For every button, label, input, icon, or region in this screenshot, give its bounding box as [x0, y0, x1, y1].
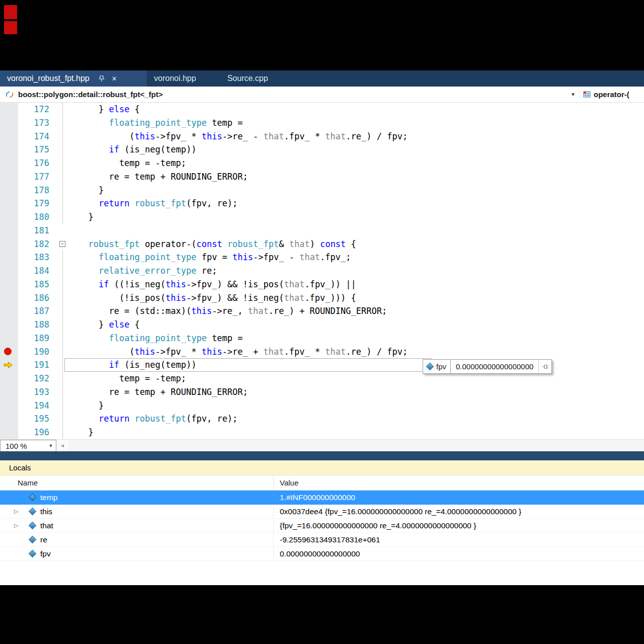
breakpoint-margin[interactable] [0, 210, 18, 224]
breakpoint-margin[interactable] [0, 399, 18, 413]
variable-value[interactable]: -9.2559631349317831e+061 [273, 533, 644, 546]
code-text[interactable]: temp = -temp; [69, 372, 186, 385]
variable-icon [26, 523, 38, 528]
code-text[interactable]: re = temp + ROUNDING_ERROR; [69, 170, 248, 184]
breakpoint-margin[interactable] [0, 358, 18, 372]
horizontal-scrollbar[interactable] [68, 440, 644, 451]
locals-row-fpv[interactable]: fpv0.00000000000000000 [0, 547, 644, 561]
collapse-box-icon[interactable]: − [59, 241, 65, 247]
line-number: 179 [18, 197, 56, 210]
code-text[interactable] [69, 224, 78, 237]
code-text[interactable]: if (is_neg(temp)) [69, 143, 196, 156]
variable-value[interactable]: 0.00000000000000000 [273, 547, 644, 560]
breakpoint-margin[interactable] [0, 332, 18, 345]
expander-icon[interactable]: ▷ [14, 522, 26, 529]
code-text[interactable]: floating_point_type fpv = this->fpv_ - t… [69, 251, 351, 264]
breakpoint-margin[interactable] [0, 224, 18, 237]
breakpoint-margin[interactable] [0, 103, 18, 116]
line-number: 173 [18, 116, 56, 130]
datatip-pin-button[interactable] [538, 360, 551, 373]
code-editor[interactable]: 172 } else {173 floating_point_type temp… [0, 103, 644, 439]
code-text[interactable]: (!is_pos(this->fpv_) && !is_neg(that.fpv… [69, 291, 356, 305]
line-number: 184 [18, 264, 56, 278]
expander-icon[interactable]: ▷ [14, 508, 26, 515]
code-text[interactable]: temp = -temp; [69, 156, 186, 170]
breakpoint-margin[interactable] [0, 264, 18, 278]
code-text[interactable]: relative_error_type re; [69, 264, 217, 278]
code-text[interactable]: return robust_fpt(fpv, re); [69, 197, 237, 210]
code-text[interactable]: if (is_neg(temp)) [69, 358, 196, 372]
editor-line: 178 } [0, 184, 644, 197]
locals-header: Name Value [0, 475, 644, 491]
breakpoint-margin[interactable] [0, 237, 18, 251]
outline-margin [56, 318, 69, 332]
variable-value[interactable]: 1.#INF000000000000 [273, 491, 644, 504]
breakpoint-margin[interactable] [0, 116, 18, 130]
chevron-down-icon[interactable]: ▼ [567, 92, 580, 97]
pin-icon[interactable] [99, 75, 105, 82]
scroll-left-arrow[interactable]: ◄ [56, 440, 68, 451]
breakpoint-margin[interactable] [0, 184, 18, 197]
locals-row-temp[interactable]: temp1.#INF000000000000 [0, 491, 644, 505]
editor-line: 177 re = temp + ROUNDING_ERROR; [0, 170, 644, 184]
code-text[interactable]: } else { [69, 318, 140, 332]
code-text[interactable]: } [69, 426, 94, 439]
breakpoint-icon[interactable] [4, 348, 12, 355]
locals-row-re[interactable]: re-9.2559631349317831e+061 [0, 533, 644, 547]
tab-source-cpp[interactable]: Source.cpp [220, 70, 275, 87]
code-text[interactable]: re = (std::max)(this->re_, that.re_) + R… [69, 304, 387, 318]
breakpoint-margin[interactable] [0, 170, 18, 184]
breakpoint-margin[interactable] [0, 412, 18, 426]
code-text[interactable]: } [69, 210, 94, 224]
tab-voronoi-hpp[interactable]: voronoi.hpp [147, 70, 203, 87]
breakpoint-margin[interactable] [0, 197, 18, 210]
tab-voronoi-robust-fpt-hpp[interactable]: voronoi_robust_fpt.hpp ✕ [0, 70, 147, 87]
breakpoint-margin[interactable] [0, 372, 18, 385]
code-text[interactable]: re = temp + ROUNDING_ERROR; [69, 385, 248, 399]
code-text[interactable]: if ((!is_neg(this->fpv_) && !is_pos(that… [69, 278, 356, 291]
line-number: 182 [18, 237, 56, 251]
breakpoint-margin[interactable] [0, 291, 18, 305]
outline-margin [56, 399, 69, 413]
code-text[interactable]: } else { [69, 103, 140, 116]
breakpoint-margin[interactable] [0, 251, 18, 264]
variable-icon [26, 551, 38, 556]
breakpoint-margin[interactable] [0, 318, 18, 332]
breakpoint-margin[interactable] [0, 156, 18, 170]
outline-margin [56, 345, 69, 359]
datatip-value[interactable]: 0.00000000000000000 [451, 362, 538, 371]
code-text[interactable]: floating_point_type temp = [69, 332, 243, 345]
panel-splitter[interactable] [0, 451, 644, 460]
breakpoint-margin[interactable] [0, 130, 18, 143]
column-header-name[interactable]: Name [0, 475, 273, 490]
code-text[interactable]: return robust_fpt(fpv, re); [69, 412, 237, 426]
code-text[interactable]: } [69, 184, 104, 197]
breakpoint-margin[interactable] [0, 143, 18, 156]
outline-margin [56, 184, 69, 197]
editor-line: 193 re = temp + ROUNDING_ERROR; [0, 385, 644, 399]
breakpoint-margin[interactable] [0, 304, 18, 318]
breakpoint-margin[interactable] [0, 278, 18, 291]
line-number: 194 [18, 399, 56, 413]
locals-row-this[interactable]: ▷this0x0037dee4 {fpv_=16.000000000000000… [0, 505, 644, 519]
scope-dropdown[interactable]: boost::polygon::detail::robust_fpt<_fpt> [0, 90, 567, 99]
locals-row-that[interactable]: ▷that{fpv_=16.000000000000000 re_=4.0000… [0, 519, 644, 533]
locals-rows: temp1.#INF000000000000▷this0x0037dee4 {f… [0, 491, 644, 561]
code-text[interactable]: } [69, 399, 104, 413]
close-icon[interactable]: ✕ [112, 75, 117, 83]
code-text[interactable]: (this->fpv_ * this->re_ - that.fpv_ * th… [69, 130, 408, 143]
breakpoint-margin[interactable] [0, 426, 18, 439]
variable-value[interactable]: 0x0037dee4 {fpv_=16.000000000000000 re_=… [273, 505, 644, 518]
line-number: 178 [18, 184, 56, 197]
line-number: 175 [18, 143, 56, 156]
code-text[interactable]: robust_fpt operator-(const robust_fpt& t… [69, 237, 356, 251]
breakpoint-margin[interactable] [0, 385, 18, 399]
column-header-value[interactable]: Value [273, 475, 644, 490]
breakpoint-margin[interactable] [0, 345, 18, 359]
variable-value[interactable]: {fpv_=16.000000000000000 re_=4.000000000… [273, 519, 644, 532]
code-text[interactable]: floating_point_type temp = [69, 116, 243, 130]
code-text[interactable]: (this->fpv_ * this->re_ + that.fpv_ * th… [69, 345, 408, 359]
zoom-dropdown[interactable]: 100 % ▼ [0, 440, 56, 452]
outline-margin [56, 385, 69, 399]
member-dropdown[interactable]: operator-( [580, 90, 644, 99]
